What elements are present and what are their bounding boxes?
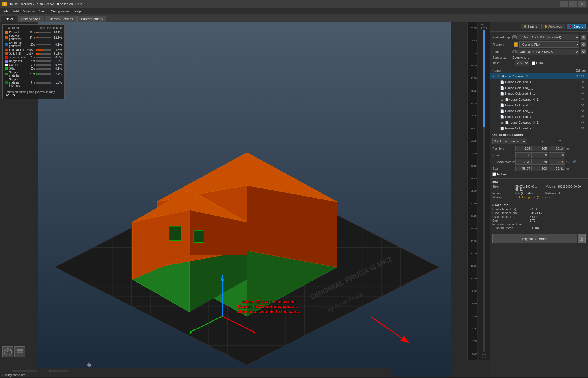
list-item[interactable]: ⚠📄 House Coloured_8_1 ⚙: [490, 120, 588, 125]
rotate-inputs: 0 0 0 °: [515, 152, 572, 158]
pos-unit: mm: [566, 147, 572, 150]
brim-checkbox[interactable]: [532, 61, 535, 65]
menu-view[interactable]: View: [37, 9, 49, 14]
menu-window[interactable]: Window: [21, 9, 37, 14]
layer-numbers: 57.95 54.95 51.95 50.00 47.00 45.95 42.9…: [467, 22, 477, 360]
stats-time: 20s: [26, 43, 35, 46]
tab-filament-settings[interactable]: Filament Settings: [45, 16, 77, 22]
rot-y-input[interactable]: 0: [532, 152, 548, 158]
filament-select[interactable]: Generic PLA: [519, 41, 579, 48]
minimize-button[interactable]: ─: [560, 1, 568, 7]
stats-col-type: Feature type: [5, 26, 30, 29]
size-z-input[interactable]: 58.31: [549, 166, 565, 171]
reset-scale-btn[interactable]: ↺: [573, 160, 576, 164]
stats-color-swatch: [5, 43, 8, 46]
tab-printer-settings[interactable]: Printer Settings: [77, 16, 106, 22]
printer-options-icon[interactable]: ⚙: [581, 49, 586, 54]
list-item[interactable]: 📄 House Coloured_3_1 ⚙: [490, 91, 588, 97]
stats-bar-fill: [36, 73, 37, 75]
object-settings-icon[interactable]: ⚙: [581, 114, 586, 119]
list-item[interactable]: 📄 House Coloured_9_1 ⚙: [490, 125, 588, 131]
print-settings-row: Print settings : 0.15mm OPTIMAL (modifie…: [492, 34, 586, 40]
list-item[interactable]: 📄 House Coloured_2_1 ⚙: [490, 85, 588, 91]
tab-plater[interactable]: Plater: [1, 16, 17, 22]
expand-icon: ▼: [492, 75, 496, 78]
view-cube[interactable]: [2, 346, 13, 357]
objects-editing-header: Editing: [576, 69, 586, 72]
object-settings-icon[interactable]: ⚙: [581, 109, 586, 113]
object-settings-icon[interactable]: ⚙: [581, 103, 586, 108]
pos-z-input[interactable]: 29.16: [549, 146, 565, 151]
export-options-icon[interactable]: [578, 234, 586, 243]
info-size-row: Size: 59.87 x 100.00 x 58.31 Volume: 300…: [492, 185, 586, 191]
pos-x-input[interactable]: 125: [515, 146, 532, 151]
close-button[interactable]: ✕: [578, 1, 586, 7]
object-settings-icon[interactable]: ⚙: [581, 126, 586, 131]
est-time-row: Estimated printing time:: [492, 223, 586, 226]
object-settings-icon[interactable]: ⚙: [581, 97, 586, 102]
stats-time: 2h46m: [26, 48, 35, 51]
stats-row: Gap fill 2m 0.5%: [5, 63, 62, 66]
info-volume-val: 300285460480.00: [558, 185, 586, 191]
app-icon: 🏠: [2, 2, 7, 6]
advanced-mode-btn[interactable]: Advanced: [541, 24, 565, 29]
stats-row: Support material 27m 7.4%: [5, 71, 62, 77]
scale-unit: %: [566, 160, 572, 164]
layers-icon-btn[interactable]: [14, 346, 25, 357]
object-part-icon: 📄: [500, 86, 504, 90]
stats-color-swatch: [5, 73, 8, 75]
stats-bar-fill: [36, 32, 38, 33]
infill-select[interactable]: 20%: [515, 60, 529, 66]
pos-y-input[interactable]: 105: [532, 146, 548, 151]
stats-bar-container: [36, 57, 51, 58]
list-item[interactable]: ⚠📄 House Coloured_4_1 ⚙: [490, 97, 588, 102]
list-item[interactable]: 📄 House Coloured_6_1 ⚙: [490, 108, 588, 114]
rot-x-input[interactable]: 0: [515, 152, 532, 158]
stats-bar-bg: [36, 82, 51, 84]
list-item[interactable]: 📄 House Coloured_5_1 ⚙: [490, 102, 588, 108]
maximize-button[interactable]: □: [569, 1, 577, 7]
layer-range-track[interactable]: [483, 30, 485, 352]
scale-z-input[interactable]: 0.78: [549, 159, 565, 165]
3d-viewport[interactable]: ORIGINAL PRUSA i3 MK2 by Josef Prusa: [0, 22, 490, 377]
size-y-input[interactable]: 100: [532, 166, 548, 171]
list-item[interactable]: 📄 House Coloured_1_1 ⚙: [490, 79, 588, 85]
list-item[interactable]: ▼ ⚠ House Coloured_1 👁 ⚙: [490, 73, 588, 79]
coords-dropdown[interactable]: World coordinates Local coordinates: [492, 138, 527, 144]
stats-row: Perimeter 38m 10.1%: [5, 31, 62, 34]
print-settings-options-icon[interactable]: ⚙: [581, 35, 586, 40]
simple-mode-btn[interactable]: Simple: [521, 24, 541, 29]
filament-options-icon[interactable]: ⚙: [581, 42, 586, 47]
scale-y-input[interactable]: 0.78: [532, 159, 548, 165]
size-row: Size: 59.87 100 58.31 mm: [492, 166, 586, 171]
est-normal-label: - normal mode: [492, 227, 530, 230]
export-gcode-button[interactable]: Export G-code: [492, 234, 577, 243]
object-name: House Coloured_6_1: [505, 109, 581, 113]
object-settings-icon[interactable]: ⚙: [581, 120, 586, 125]
menu-file[interactable]: File: [1, 9, 11, 14]
menu-edit[interactable]: Edit: [11, 9, 21, 14]
lock-icon-btn[interactable]: [87, 362, 91, 367]
supports-row: Supports: Everywhere: [492, 56, 586, 59]
object-settings-icon[interactable]: ⚙: [581, 86, 586, 90]
expert-mode-btn[interactable]: Expert: [567, 24, 586, 29]
list-item[interactable]: 📄 House Coloured_7_1 ⚙: [490, 114, 588, 120]
print-settings-select[interactable]: 0.15mm OPTIMAL (modified): [517, 34, 579, 40]
visibility-icon[interactable]: 👁: [576, 74, 581, 79]
object-settings-icon[interactable]: ⚙: [581, 74, 586, 79]
tab-print-settings[interactable]: Print Settings: [18, 16, 44, 22]
scale-x-input[interactable]: 0.78: [515, 159, 532, 165]
inches-checkbox[interactable]: [492, 172, 496, 176]
size-x-input[interactable]: 59.87: [515, 166, 532, 171]
menu-help[interactable]: Help: [72, 9, 83, 14]
stats-feature-name: Skirt: [9, 67, 26, 70]
svg-rect-66: [17, 349, 23, 351]
menu-configuration[interactable]: Configuration: [48, 9, 72, 14]
printer-select[interactable]: Original Prusa i3 MK2S: [517, 49, 579, 55]
rot-z-input[interactable]: 0: [549, 152, 565, 158]
window-controls[interactable]: ─ □ ✕: [560, 1, 586, 7]
filament-g-row: Used Filament (g) 68.17: [492, 215, 586, 218]
object-settings-icon[interactable]: ⚙: [581, 80, 586, 84]
object-settings-icon[interactable]: ⚙: [581, 91, 586, 96]
stats-bar-fill: [36, 44, 36, 45]
